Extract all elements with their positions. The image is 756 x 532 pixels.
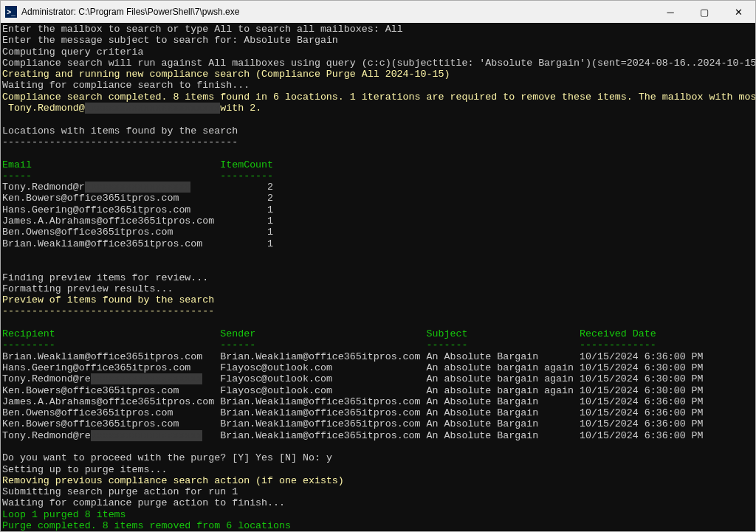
window-frame: >_ Administrator: C:\Program Files\Power… (0, 0, 756, 532)
minimize-button[interactable]: ─ (653, 1, 687, 23)
terminal-output[interactable]: Enter the mailbox to search or type All … (1, 23, 755, 531)
close-button[interactable]: ✕ (721, 1, 755, 23)
powershell-icon: >_ (5, 6, 17, 18)
window-title: Administrator: C:\Program Files\PowerShe… (21, 7, 653, 17)
maximize-button[interactable]: ▢ (687, 1, 721, 23)
titlebar[interactable]: >_ Administrator: C:\Program Files\Power… (1, 1, 755, 23)
